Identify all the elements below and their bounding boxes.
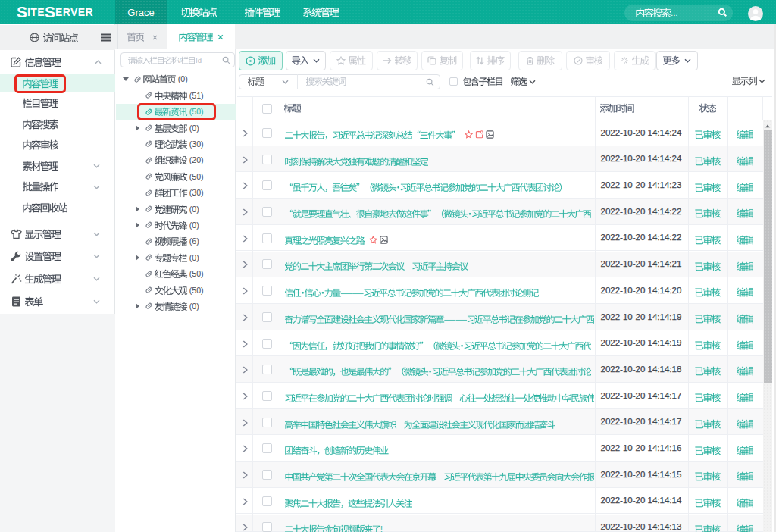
svg-text:(6): (6) bbox=[189, 237, 199, 246]
svg-text:(50): (50) bbox=[189, 286, 204, 295]
svg-text:(51): (51) bbox=[189, 91, 204, 100]
svg-text:(50): (50) bbox=[189, 172, 204, 181]
svg-text:(30): (30) bbox=[189, 189, 204, 198]
svg-text:...: ... bbox=[671, 8, 678, 17]
svg-text:!: ! bbox=[380, 526, 383, 532]
svg-text:(0): (0) bbox=[178, 75, 188, 84]
svg-text:(0): (0) bbox=[189, 124, 199, 133]
svg-text:(50): (50) bbox=[189, 270, 204, 279]
svg-text:Id: Id bbox=[196, 56, 202, 64]
svg-text:(0): (0) bbox=[189, 302, 199, 311]
svg-text:(0): (0) bbox=[189, 253, 199, 262]
svg-text:(0): (0) bbox=[189, 221, 199, 230]
svg-text:(0): (0) bbox=[189, 205, 199, 214]
svg-text:(20): (20) bbox=[189, 156, 204, 165]
svg-text:/: / bbox=[179, 56, 181, 64]
svg-text:(30): (30) bbox=[189, 139, 204, 149]
